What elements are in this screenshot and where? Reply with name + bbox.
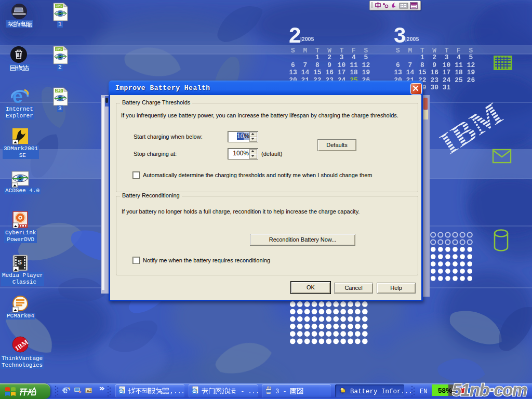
svg-text:e: e	[12, 87, 23, 107]
svg-text:JPG: JPG	[56, 89, 62, 93]
svg-text:e: e	[63, 386, 68, 395]
svg-text:JPG: JPG	[56, 48, 62, 51]
svg-text:51nb·com: 51nb·com	[452, 381, 527, 399]
svg-text:JPG: JPG	[56, 5, 62, 8]
svg-text:S: S	[18, 259, 22, 266]
